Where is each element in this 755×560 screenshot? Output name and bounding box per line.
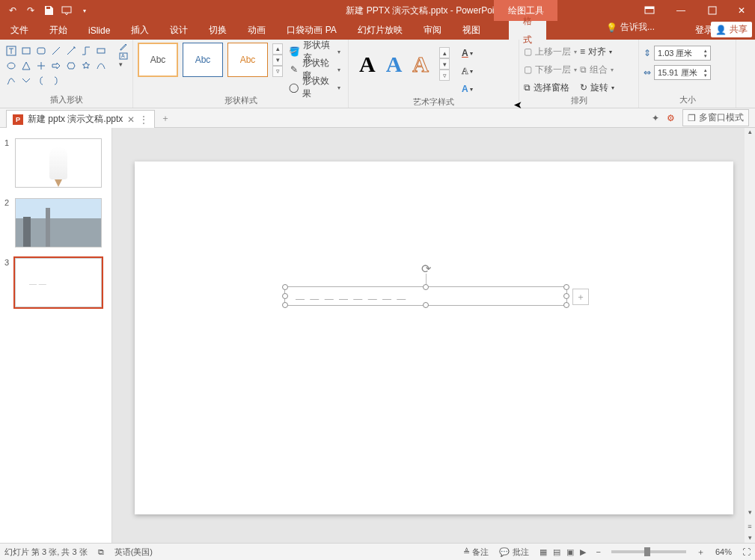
add-placeholder-button[interactable]: ＋ [572, 289, 589, 305]
redo-button[interactable]: ↷ [22, 2, 39, 19]
settings-gear-icon[interactable]: ⚙ [667, 113, 675, 123]
tab-file[interactable]: 文件 [0, 21, 39, 40]
tab-transitions[interactable]: 切换 [198, 21, 237, 40]
zoom-thumb[interactable] [644, 547, 650, 556]
spin-up-icon[interactable]: ▴ [704, 48, 707, 53]
group-button[interactable]: ⧉组合▾ [580, 62, 614, 77]
notes-button[interactable]: 备注 [472, 547, 489, 556]
resize-handle-se[interactable] [563, 302, 569, 308]
arrow-right-icon[interactable] [49, 59, 63, 73]
comments-button[interactable]: 批注 [513, 547, 529, 556]
close-tab-icon[interactable]: ✕ [127, 114, 135, 125]
save-button[interactable] [40, 2, 57, 19]
shape-effects-button[interactable]: ◯形状效果▾ [286, 80, 343, 95]
wordart-style-3[interactable]: A [412, 52, 429, 77]
resize-handle-sw[interactable] [282, 302, 288, 308]
spin-up-icon[interactable]: ▴ [704, 67, 707, 73]
textbox-shape-icon[interactable] [4, 44, 18, 58]
shape-height-input[interactable]: 1.03 厘米▴▾ [654, 46, 711, 61]
share-button[interactable]: 👤 共享 [711, 22, 752, 37]
slide-thumb-2[interactable]: 2 [0, 195, 111, 255]
triangle-icon[interactable] [19, 59, 33, 73]
wordart-gallery[interactable]: A A A ▴ ▾ ▿ [353, 43, 456, 81]
slide-thumbnail-panel[interactable]: 1 2 3 — — [0, 128, 112, 543]
zoom-level-label[interactable]: 64% [715, 547, 732, 556]
tab-design[interactable]: 设计 [159, 21, 198, 40]
resize-handle-e[interactable] [563, 293, 569, 299]
ribbon-display-options[interactable] [634, 0, 665, 21]
brace2-icon[interactable] [49, 74, 63, 87]
slide-thumb-1[interactable]: 1 [0, 135, 111, 195]
gallery-up-button[interactable]: ▴ [272, 43, 283, 55]
tab-view[interactable]: 视图 [452, 21, 491, 40]
tab-pocket-anim[interactable]: 口袋动画 PA [276, 21, 346, 40]
freeform-icon[interactable] [4, 74, 18, 87]
undo-button[interactable]: ↶ [4, 2, 21, 19]
prev-slide-button[interactable]: ≡ [748, 523, 751, 530]
flowchart-icon[interactable] [34, 59, 48, 73]
shape-style-gallery[interactable]: Abc Abc Abc ▴ ▾ ▿ [138, 43, 283, 77]
spin-down-icon[interactable]: ▾ [704, 53, 707, 58]
gallery-down-button[interactable]: ▾ [272, 55, 283, 66]
tab-home[interactable]: 开始 [39, 21, 78, 40]
resize-handle-n[interactable] [423, 284, 429, 290]
line-arrow-icon[interactable] [64, 44, 78, 58]
selected-textbox[interactable]: ⟳ — — — — — — — — ＋ [284, 286, 567, 306]
close-button[interactable]: ✕ [728, 0, 755, 21]
oval-icon[interactable] [4, 59, 18, 73]
edit-shape-button[interactable] [119, 43, 128, 52]
minimize-button[interactable]: ― [665, 0, 697, 21]
spin-down-icon[interactable]: ▾ [704, 73, 707, 78]
tab-insert[interactable]: 插入 [120, 21, 159, 40]
zoom-out-button[interactable]: − [596, 547, 601, 556]
document-tab[interactable]: P 新建 pptx 演示文稿.pptx ✕ ⋮ [6, 110, 155, 128]
shape-style-3[interactable]: Abc [227, 43, 268, 77]
spellcheck-icon[interactable]: ⧉ [98, 547, 104, 557]
zoom-slider[interactable] [611, 550, 686, 553]
tab-review[interactable]: 审阅 [413, 21, 452, 40]
tab-animations[interactable]: 动画 [237, 21, 276, 40]
shape-style-1[interactable]: Abc [138, 43, 178, 77]
fit-to-window-button[interactable]: ⛶ [742, 547, 751, 556]
multi-window-button[interactable]: ❐ 多窗口模式 [682, 109, 749, 126]
rect-shape-icon[interactable] [19, 44, 33, 58]
settings-star-icon[interactable]: ✦ [652, 113, 659, 123]
next-slide-button[interactable]: ▾ [748, 534, 752, 541]
resize-handle-ne[interactable] [563, 284, 569, 290]
align-button[interactable]: ≡对齐▾ [580, 44, 614, 59]
wordart-style-2[interactable]: A [386, 52, 403, 77]
vertical-scrollbar[interactable]: ▴ ▾ [745, 128, 755, 520]
slideshow-view-button[interactable]: ▶ [580, 547, 586, 557]
reading-view-button[interactable]: ▣ [566, 547, 574, 557]
brace-icon[interactable] [34, 74, 48, 87]
resize-handle-nw[interactable] [282, 284, 288, 290]
gallery-more-button[interactable]: ▿ [272, 66, 283, 77]
shape-width-input[interactable]: 15.91 厘米▴▾ [654, 65, 711, 80]
tab-islide[interactable]: iSlide [78, 21, 120, 40]
slide-thumb-3[interactable]: 3 — — [0, 255, 111, 315]
textbox-insert-button[interactable]: A [119, 52, 128, 61]
text-fill-button[interactable]: A▾ [462, 46, 473, 61]
wordart-style-1[interactable]: A [359, 52, 376, 77]
resize-handle-w[interactable] [282, 293, 288, 299]
tab-slideshow[interactable]: 幻灯片放映 [347, 21, 413, 40]
text-outline-button[interactable]: A▾ [462, 64, 473, 79]
tab-format[interactable]: 格式 [509, 21, 546, 40]
tell-me-search[interactable]: 💡 告诉我... [606, 21, 655, 34]
scroll-up-icon[interactable]: ▴ [748, 128, 752, 140]
slide-count-label[interactable]: 幻灯片 第 3 张, 共 3 张 [4, 547, 88, 558]
scroll-down-icon[interactable]: ▾ [748, 508, 752, 520]
send-backward-button[interactable]: ▢下移一层▾ [524, 62, 577, 77]
wa-gallery-more[interactable]: ▿ [439, 70, 450, 81]
new-tab-button[interactable]: ＋ [155, 110, 176, 127]
rect2-icon[interactable] [94, 44, 108, 58]
normal-view-button[interactable]: ▦ [539, 547, 547, 557]
connector-icon[interactable] [79, 44, 93, 58]
textbox-content[interactable]: — — — — — — — — [296, 294, 407, 304]
hexagon-icon[interactable] [64, 59, 78, 73]
qat-dropdown[interactable]: ▾ [76, 2, 93, 19]
text-effects-button[interactable]: A▾ [462, 81, 473, 96]
wa-gallery-down[interactable]: ▾ [439, 58, 450, 70]
shape-style-2[interactable]: Abc [183, 43, 223, 77]
rotate-button[interactable]: ↻旋转▾ [580, 80, 614, 95]
